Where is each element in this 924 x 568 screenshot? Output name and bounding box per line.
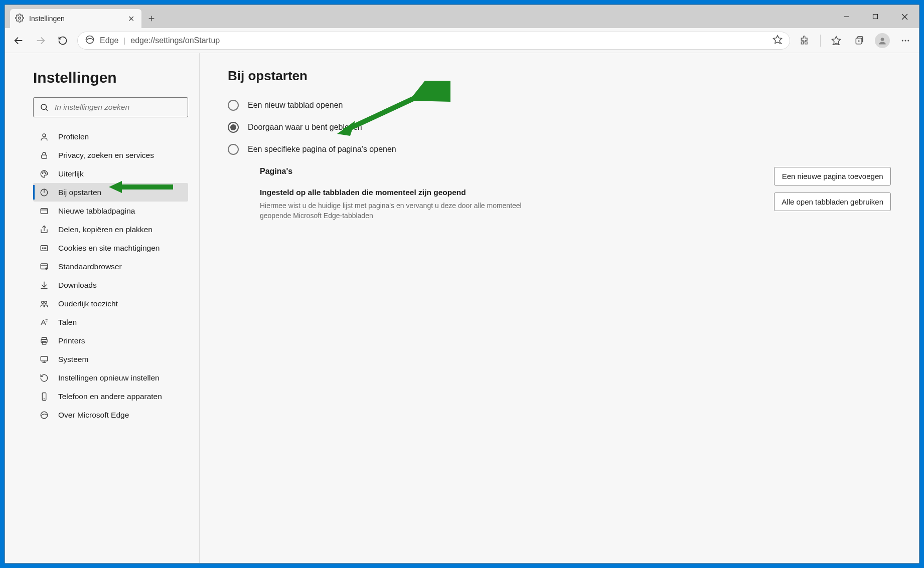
settings-search[interactable] (33, 97, 188, 117)
extensions-icon[interactable] (794, 30, 815, 51)
reset-icon (39, 373, 49, 383)
svg-line-22 (46, 109, 48, 111)
sidebar-item-label: Printers (58, 336, 85, 345)
radio-icon[interactable] (228, 144, 239, 155)
svg-point-18 (902, 40, 903, 41)
menu-button[interactable] (895, 30, 916, 51)
sidebar-item-reset[interactable]: Instellingen opnieuw instellen (33, 368, 188, 387)
new-tab-button[interactable] (141, 9, 162, 28)
sidebar: Instellingen Profielen Privacy, zoeken e… (5, 53, 200, 563)
collections-icon[interactable] (849, 30, 870, 51)
maximize-button[interactable] (861, 5, 890, 28)
svg-point-21 (41, 104, 47, 110)
svg-point-19 (905, 40, 906, 41)
radio-label: Een nieuw tabblad openen (248, 101, 343, 110)
pages-section: Pagina's Ingesteld op alle tabbladen die… (260, 167, 891, 221)
sidebar-item-label: Ouderlijk toezicht (58, 299, 118, 308)
printer-icon (39, 336, 49, 346)
close-tab-icon[interactable]: ✕ (125, 14, 136, 24)
main-pane: Bij opstarten Een nieuw tabblad openen D… (200, 53, 919, 563)
sidebar-item-label: Delen, kopiëren en plakken (58, 225, 152, 234)
svg-rect-48 (42, 341, 46, 344)
sidebar-item-download[interactable]: Downloads (33, 276, 188, 294)
svg-point-26 (44, 171, 45, 172)
language-icon: 字 (39, 317, 49, 327)
svg-point-39 (45, 267, 48, 270)
sidebar-item-system[interactable]: Systeem (33, 350, 188, 368)
svg-rect-4 (873, 15, 878, 19)
sidebar-title: Instellingen (33, 69, 188, 86)
minimize-button[interactable] (832, 5, 861, 28)
sidebar-item-printer[interactable]: Printers (33, 331, 188, 350)
family-icon (39, 299, 49, 309)
svg-rect-52 (42, 393, 46, 400)
sidebar-item-label: Systeem (58, 355, 88, 364)
startup-option-1[interactable]: Doorgaan waar u bent gebleven (228, 122, 891, 133)
svg-marker-12 (832, 36, 841, 44)
svg-point-25 (42, 172, 43, 173)
svg-point-23 (43, 134, 46, 137)
sidebar-item-tab[interactable]: Nieuwe tabbladpagina (33, 202, 188, 220)
radio-icon[interactable] (228, 100, 239, 111)
sidebar-item-label: Over Microsoft Edge (58, 411, 129, 420)
sidebar-item-phone[interactable]: Telefoon en andere apparaten (33, 387, 188, 406)
sidebar-item-label: Bij opstarten (58, 188, 101, 197)
back-button[interactable] (8, 30, 29, 51)
page-heading: Bij opstarten (228, 68, 891, 84)
edge-logo-icon (85, 35, 95, 46)
lock-icon (39, 150, 49, 160)
toolbar: Edge | (5, 28, 919, 53)
profile-button[interactable] (872, 30, 893, 51)
sidebar-item-lock[interactable]: Privacy, zoeken en services (33, 146, 188, 164)
sidebar-item-profile[interactable]: Profielen (33, 127, 188, 146)
sidebar-item-label: Telefoon en andere apparaten (58, 392, 162, 401)
sidebar-item-language[interactable]: 字 Talen (33, 313, 188, 331)
forward-button[interactable] (30, 30, 51, 51)
tab-icon (39, 206, 49, 216)
svg-text:字: 字 (45, 318, 48, 322)
radio-icon[interactable] (228, 122, 239, 133)
add-page-button[interactable]: Een nieuwe pagina toevoegen (774, 167, 891, 185)
settings-search-input[interactable] (55, 103, 182, 112)
address-bar[interactable]: Edge | (77, 32, 790, 50)
sidebar-item-label: Standaardbrowser (58, 262, 122, 271)
use-all-tabs-button[interactable]: Alle open tabbladen gebruiken (774, 193, 891, 211)
download-icon (39, 280, 49, 290)
sidebar-item-browser[interactable]: Standaardbrowser (33, 257, 188, 276)
url-input[interactable] (130, 36, 767, 45)
svg-point-0 (19, 17, 21, 19)
svg-marker-57 (109, 181, 173, 193)
startup-option-2[interactable]: Een specifieke pagina of pagina's openen (228, 144, 891, 155)
sidebar-item-share[interactable]: Delen, kopiëren en plakken (33, 220, 188, 239)
set-tabs-desc: Hiermee wist u de huidige lijst met pagi… (260, 201, 531, 221)
sidebar-item-label: Cookies en site machtigingen (58, 244, 160, 253)
sidebar-item-label: Instellingen opnieuw instellen (58, 373, 160, 383)
sidebar-item-label: Profielen (58, 132, 89, 141)
power-icon (39, 187, 49, 198)
phone-icon (39, 392, 49, 402)
sidebar-item-edge[interactable]: Over Microsoft Edge (33, 406, 188, 424)
close-window-button[interactable] (890, 5, 919, 28)
refresh-button[interactable] (52, 30, 73, 51)
set-tabs-title: Ingesteld op alle tabbladen die momentee… (260, 188, 759, 197)
sidebar-item-cookie[interactable]: Cookies en site machtigingen (33, 239, 188, 257)
svg-point-20 (907, 40, 909, 41)
svg-rect-30 (41, 208, 48, 214)
browser-icon (39, 262, 49, 272)
system-icon (39, 354, 49, 364)
share-icon (39, 225, 49, 235)
browser-tab[interactable]: Instellingen ✕ (10, 9, 141, 28)
sidebar-item-label: Uiterlijk (58, 169, 84, 178)
titlebar: Instellingen ✕ (5, 5, 919, 28)
read-aloud-icon[interactable] (773, 35, 783, 46)
sidebar-item-family[interactable]: Ouderlijk toezicht (33, 294, 188, 313)
svg-point-42 (42, 301, 44, 303)
svg-marker-10 (774, 36, 782, 44)
svg-point-43 (45, 301, 47, 303)
svg-marker-56 (337, 121, 355, 136)
favorites-icon[interactable] (826, 30, 847, 51)
startup-option-0[interactable]: Een nieuw tabblad openen (228, 100, 891, 111)
svg-point-36 (45, 248, 46, 249)
edge-icon (39, 410, 49, 420)
profile-icon (39, 132, 49, 142)
